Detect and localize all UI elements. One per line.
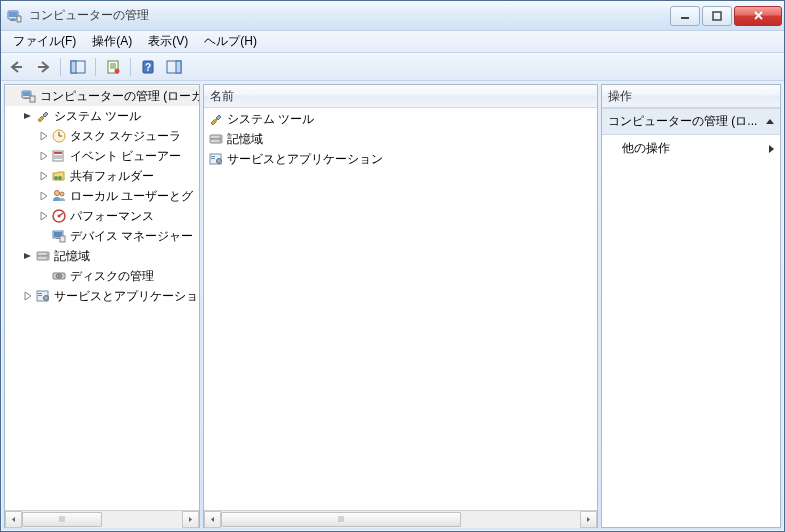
svg-point-33 <box>54 176 58 180</box>
scroll-track[interactable] <box>22 511 182 528</box>
maximize-button[interactable] <box>702 6 732 26</box>
menu-help[interactable]: ヘルプ(H) <box>196 30 265 53</box>
svg-rect-25 <box>41 116 44 119</box>
svg-rect-42 <box>56 238 60 239</box>
tree-node-label: タスク スケジューラ <box>70 128 181 145</box>
toolbar-separator <box>130 58 131 76</box>
action-other-actions[interactable]: 他の操作 <box>602 135 780 162</box>
expander-icon[interactable] <box>21 249 35 263</box>
minimize-button[interactable] <box>670 6 700 26</box>
tools-icon <box>35 108 51 124</box>
scroll-left-button[interactable] <box>204 511 221 528</box>
help-button[interactable]: ? <box>136 56 160 78</box>
titlebar: コンピューターの管理 <box>1 1 784 31</box>
scroll-track[interactable] <box>221 511 580 528</box>
show-hide-action-button[interactable] <box>162 56 186 78</box>
svg-point-35 <box>55 191 60 196</box>
tree-hscrollbar[interactable] <box>5 510 199 527</box>
tree-node-task-scheduler[interactable]: タスク スケジューラ <box>5 126 199 146</box>
toolbar-separator <box>60 58 61 76</box>
toolbar-separator <box>95 58 96 76</box>
scroll-right-button[interactable] <box>182 511 199 528</box>
window-controls <box>670 6 782 26</box>
storage-icon <box>35 248 51 264</box>
expander-icon[interactable] <box>37 129 51 143</box>
tree-root[interactable]: コンピューターの管理 (ローカ <box>5 86 199 106</box>
tree-node-label: システム ツール <box>54 108 141 125</box>
list-hscrollbar[interactable] <box>204 510 597 527</box>
properties-button[interactable] <box>101 56 125 78</box>
column-header-name[interactable]: 名前 <box>204 85 597 108</box>
tree-node-local-users[interactable]: ローカル ユーザーとグ <box>5 186 199 206</box>
menu-view[interactable]: 表示(V) <box>140 30 196 53</box>
actions-header: 操作 <box>602 85 780 108</box>
menu-action[interactable]: 操作(A) <box>84 30 140 53</box>
svg-rect-3 <box>10 20 16 21</box>
list-view[interactable]: システム ツール 記憶域 サービスとアプリケーション <box>204 108 597 510</box>
svg-point-46 <box>46 253 48 255</box>
scroll-thumb[interactable] <box>221 512 461 527</box>
close-button[interactable] <box>734 6 782 26</box>
menubar: ファイル(F) 操作(A) 表示(V) ヘルプ(H) <box>1 31 784 53</box>
scroll-right-button[interactable] <box>580 511 597 528</box>
svg-point-16 <box>115 68 120 73</box>
arrow-right-icon <box>769 145 774 153</box>
svg-rect-20 <box>176 61 181 73</box>
tree-node-disk-management[interactable]: ディスクの管理 <box>5 266 199 286</box>
services-icon <box>208 151 224 167</box>
app-window: コンピューターの管理 ファイル(F) 操作(A) 表示(V) ヘルプ(H) <box>0 0 785 532</box>
shared-folder-icon <box>51 168 67 184</box>
device-manager-icon <box>51 228 67 244</box>
svg-point-47 <box>46 257 48 259</box>
svg-point-59 <box>219 140 221 142</box>
svg-rect-2 <box>11 19 15 20</box>
tree-view[interactable]: コンピューターの管理 (ローカ システム ツール タスク スケジューラ イベント… <box>5 85 199 510</box>
event-viewer-icon <box>51 148 67 164</box>
expander-icon[interactable] <box>37 169 51 183</box>
tree-node-performance[interactable]: パフォーマンス <box>5 206 199 226</box>
disk-icon <box>51 268 67 284</box>
list-item-services[interactable]: サービスとアプリケーション <box>204 149 597 169</box>
svg-rect-52 <box>38 293 42 294</box>
action-group-header[interactable]: コンピューターの管理 (ロ... <box>602 108 780 135</box>
tree-node-device-manager[interactable]: デバイス マネージャー <box>5 226 199 246</box>
svg-rect-55 <box>214 119 217 122</box>
tree-node-label: ディスクの管理 <box>70 268 154 285</box>
list-item-label: サービスとアプリケーション <box>227 151 383 168</box>
svg-rect-61 <box>211 156 215 157</box>
tree-node-label: デバイス マネージャー <box>70 228 193 245</box>
tree-node-label: 共有フォルダー <box>70 168 154 185</box>
svg-rect-11 <box>71 61 76 73</box>
svg-point-39 <box>58 215 61 218</box>
expander-icon[interactable] <box>37 209 51 223</box>
menu-file[interactable]: ファイル(F) <box>5 30 84 53</box>
scroll-thumb[interactable] <box>22 512 102 527</box>
expander-icon[interactable] <box>37 149 51 163</box>
list-item-storage[interactable]: 記憶域 <box>204 129 597 149</box>
toolbar: ? <box>1 53 784 81</box>
tree-node-services-apps[interactable]: サービスとアプリケーショ <box>5 286 199 306</box>
scroll-left-button[interactable] <box>5 511 22 528</box>
svg-rect-1 <box>9 12 17 17</box>
tree-node-system-tools[interactable]: システム ツール <box>5 106 199 126</box>
list-panel: 名前 システム ツール 記憶域 サービスとアプリケーション <box>203 84 598 528</box>
arrow-up-icon <box>766 119 774 124</box>
svg-rect-53 <box>38 295 42 296</box>
tree-node-storage[interactable]: 記憶域 <box>5 246 199 266</box>
users-icon <box>51 188 67 204</box>
svg-point-63 <box>217 159 222 164</box>
show-hide-tree-button[interactable] <box>66 56 90 78</box>
svg-rect-43 <box>60 236 65 242</box>
tree-node-event-viewer[interactable]: イベント ビューアー <box>5 146 199 166</box>
forward-button[interactable] <box>31 56 55 78</box>
services-icon <box>35 288 51 304</box>
list-item-system-tools[interactable]: システム ツール <box>204 109 597 129</box>
expander-icon[interactable] <box>21 289 35 303</box>
tree-node-label: ローカル ユーザーとグ <box>70 188 193 205</box>
expander-icon[interactable] <box>21 109 35 123</box>
back-button[interactable] <box>5 56 29 78</box>
expander-icon[interactable] <box>37 189 51 203</box>
svg-rect-30 <box>54 152 62 154</box>
tree-node-shared-folders[interactable]: 共有フォルダー <box>5 166 199 186</box>
actions-body: コンピューターの管理 (ロ... 他の操作 <box>602 108 780 527</box>
